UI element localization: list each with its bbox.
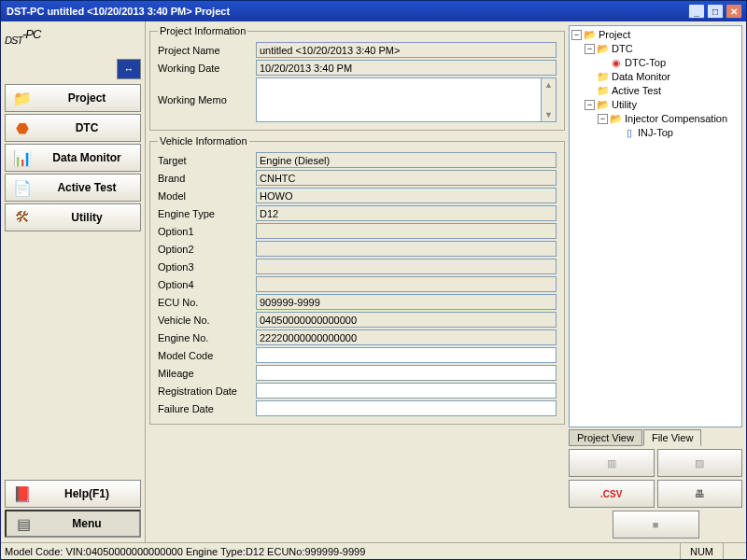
inj-node-icon: ▯ [623,128,636,139]
scroll-up-icon[interactable]: ▲ [542,78,556,91]
logo-suffix: -PC [22,27,40,41]
field-row: Failure Date [158,400,557,416]
field-value[interactable]: CNHTC [256,170,557,186]
sidebar-item-help[interactable]: 📕 Help(F1) [5,480,141,508]
sidebar-item-label: Active Test [39,181,134,194]
sidebar-item-label: DTC [39,121,134,134]
working-memo-textarea[interactable] [256,77,542,122]
field-row: Vehicle No.04050000000000000 [158,312,557,328]
utility-icon: 🛠 [11,207,34,228]
field-value[interactable]: D12 [256,205,557,221]
collapse-icon[interactable]: − [585,100,595,110]
expand-collapse-button[interactable]: ↔ [117,59,141,79]
tree-label: INJ-Top [638,126,673,140]
tab-file-view[interactable]: File View [643,429,701,446]
collapse-icon[interactable]: − [598,114,608,124]
field-value[interactable]: 04050000000000000 [256,312,557,328]
tree-node-utility[interactable]: − 📂 Utility [571,98,740,112]
field-row-working-memo: Working Memo ▲ ▼ [158,77,557,122]
memo-scrollbar[interactable]: ▲ ▼ [542,77,557,122]
tree-node-dtc[interactable]: − 📂 DTC [571,42,740,56]
project-name-field[interactable]: untitled <10/20/2013 3:40 PM> [256,42,557,58]
tree-node-project[interactable]: − 📂 Project [571,28,740,42]
field-value[interactable]: 22220000000000000 [256,329,557,345]
field-row-project-name: Project Name untitled <10/20/2013 3:40 P… [158,42,557,58]
field-value[interactable] [256,347,557,363]
action-buttons: ▥ ▨ .CSV 🖶 ■ [569,449,742,539]
field-label: Registration Date [158,385,256,397]
field-value[interactable] [256,223,557,239]
folder-open-icon: 📂 [597,100,610,111]
field-row: Mileage [158,365,557,381]
status-grip [723,543,742,559]
field-value[interactable] [256,276,557,292]
field-value[interactable]: 909999-9999 [256,294,557,310]
tree-label: Active Test [612,84,661,98]
right-panel: − 📂 Project − 📂 DTC ◉ DTC-Top [569,21,746,542]
field-value[interactable]: HOWO [256,188,557,203]
field-value[interactable] [256,400,557,416]
arrows-icon: ↔ [124,63,134,75]
project-tree[interactable]: − 📂 Project − 📂 DTC ◉ DTC-Top [569,25,742,427]
field-row: Engine No.22220000000000000 [158,329,557,345]
statusbar: Model Code: VIN:04050000000000000 Engine… [1,542,746,559]
field-row: Option1 [158,223,557,239]
collapse-icon[interactable]: − [571,30,582,40]
delete-button[interactable]: ▨ [657,449,743,477]
sidebar-item-dtc[interactable]: ⬣ DTC [5,114,141,142]
tab-project-view[interactable]: Project View [569,429,642,446]
field-row: Option4 [158,276,557,292]
tree-node-inj-top[interactable]: ▯ INJ-Top [571,126,740,140]
working-date-field[interactable]: 10/20/2013 3:40 PM [256,60,557,76]
field-value[interactable]: Engine (Diesel) [256,152,557,168]
sidebar-item-data-monitor[interactable]: 📊 Data Monitor [5,144,141,172]
field-value[interactable] [256,383,557,399]
titlebar[interactable]: DST-PC untitled <10/20/2013 3:40 PM> Pro… [1,1,746,21]
field-row: Option2 [158,241,557,257]
tree-label: Injector Compensation [625,112,727,126]
collapse-icon[interactable]: − [585,44,595,54]
tree-node-injector-comp[interactable]: − 📂 Injector Compensation [571,112,740,126]
tree-node-dtc-top[interactable]: ◉ DTC-Top [571,56,740,70]
sidebar-item-menu[interactable]: ▤ Menu [5,510,141,538]
sidebar-item-label: Menu [40,517,134,530]
close-button[interactable]: ✕ [726,4,742,19]
field-row-working-date: Working Date 10/20/2013 3:40 PM [158,60,557,76]
field-label: Option1 [158,226,256,237]
minimize-button[interactable]: _ [688,4,705,19]
field-label: ECU No. [158,297,256,308]
status-num: NUM [680,543,723,559]
printer-icon: 🖶 [695,488,705,499]
print-button[interactable]: 🖶 [657,480,743,508]
sidebar-item-utility[interactable]: 🛠 Utility [5,203,141,231]
stop-button[interactable]: ■ [613,511,699,539]
center-panel: Project Information Project Name untitle… [146,21,569,542]
field-value[interactable] [256,365,557,381]
export-csv-button[interactable]: .CSV [569,480,655,508]
field-label: Project Name [158,45,256,56]
dtc-icon: ⬣ [11,118,34,138]
field-label: Option3 [158,261,256,273]
tree-node-active-test[interactable]: 📁 Active Test [571,84,740,98]
maximize-button[interactable]: □ [707,4,724,19]
tree-node-data-monitor[interactable]: 📁 Data Monitor [571,70,740,84]
field-value[interactable] [256,241,557,257]
help-icon: 📕 [11,483,34,504]
project-info-legend: Project Information [158,25,247,36]
sidebar-item-project[interactable]: 📁 Project [5,84,141,112]
sidebar-item-active-test[interactable]: 📄 Active Test [5,174,141,202]
scroll-track[interactable] [542,91,556,108]
project-info-group: Project Information Project Name untitle… [149,25,565,131]
field-label: Failure Date [158,403,256,414]
field-label: Vehicle No. [158,315,256,326]
new-button[interactable]: ▥ [569,449,655,477]
dtc-node-icon: ◉ [610,58,623,69]
sidebar-item-label: Data Monitor [39,151,134,164]
window-title: DST-PC untitled <10/20/2013 3:40 PM> Pro… [5,6,686,17]
sidebar-item-label: Help(F1) [39,487,134,500]
field-row: Registration Date [158,383,557,399]
tree-label: Utility [612,98,637,112]
scroll-down-icon[interactable]: ▼ [542,108,556,121]
field-value[interactable] [256,259,557,274]
app-window: DST-PC untitled <10/20/2013 3:40 PM> Pro… [0,0,747,560]
